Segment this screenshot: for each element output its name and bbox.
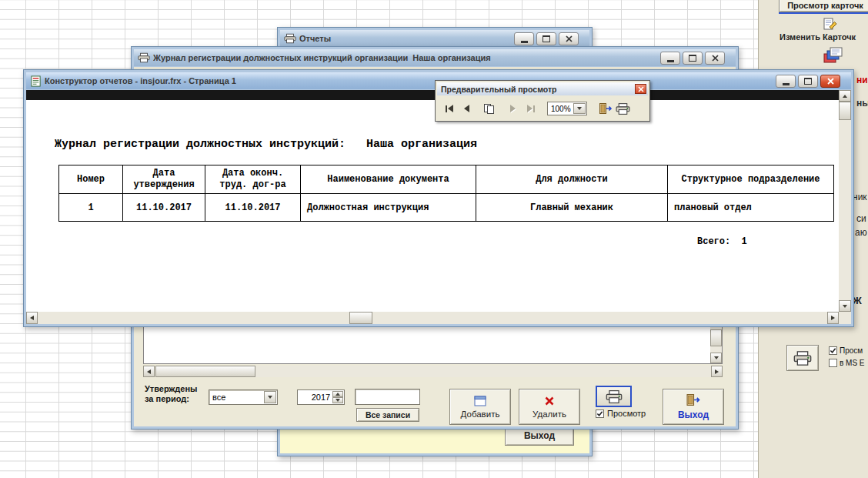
exit-button[interactable]: Выход: [663, 389, 724, 425]
scroll-right-icon: [715, 369, 719, 374]
printer-icon: [616, 103, 630, 115]
copy-button[interactable]: [480, 101, 498, 116]
zoom-value: 100%: [551, 105, 571, 113]
preview-toolbar-window: Предварительный просмотр 100%: [435, 80, 650, 122]
scroll-left-button[interactable]: [26, 312, 38, 324]
filter-field[interactable]: [355, 389, 420, 405]
scroll-right-icon: [831, 316, 835, 320]
last-page-button[interactable]: [522, 101, 539, 116]
minimize-button[interactable]: [776, 75, 796, 88]
list-horizontal-scrollbar: [143, 366, 723, 377]
printer-icon: [138, 52, 150, 63]
scroll-right-button[interactable]: [711, 366, 723, 377]
reports-titlebar[interactable]: Отчеты: [280, 30, 589, 47]
maximize-button[interactable]: [683, 52, 703, 65]
cell-number: 1: [59, 194, 123, 222]
cell-approval-date: 11.10.2017: [123, 194, 205, 222]
exit-door-icon: [599, 102, 613, 115]
cell-end-date: 11.10.2017: [205, 194, 301, 222]
minimize-button[interactable]: [660, 52, 680, 65]
last-page-icon: [527, 105, 532, 112]
close-preview-button[interactable]: [596, 101, 614, 116]
panel-print-button[interactable]: [786, 345, 819, 371]
report-page: Журнал регистрации должностных инструкци…: [26, 100, 839, 312]
close-button[interactable]: [705, 52, 725, 65]
maximize-button[interactable]: [798, 75, 818, 88]
scrollbar-thumb[interactable]: [155, 366, 255, 377]
close-button[interactable]: [820, 75, 840, 88]
checkbox-unchecked-icon: [829, 359, 837, 367]
button-label: Добавить: [461, 409, 500, 419]
next-page-icon: [510, 105, 516, 112]
cell-department: плановый отдел: [668, 194, 834, 222]
scrollbar-thumb[interactable]: [349, 312, 372, 324]
edit-card-button[interactable]: Изменить Карточк: [780, 32, 868, 42]
scroll-down-button[interactable]: [710, 353, 722, 363]
clipped-label: аю: [855, 227, 867, 238]
dropdown-button[interactable]: [264, 391, 276, 403]
button-label: Удалить: [532, 409, 566, 419]
column-header: Дата оконч. труд. дог-ра: [205, 165, 301, 194]
close-icon: [712, 55, 719, 62]
report-title: Журнал регистрации должностных инструкци…: [55, 138, 477, 151]
close-icon: [638, 86, 644, 92]
journal-titlebar[interactable]: Журнал регистрации должностных инструкци…: [134, 49, 736, 66]
preview-checkbox[interactable]: Просмотр: [596, 409, 646, 418]
report-page-icon: [30, 75, 42, 87]
maximize-icon: [804, 78, 812, 85]
minimize-button[interactable]: [514, 32, 534, 45]
designer-vertical-scrollbar: [839, 90, 851, 312]
close-button[interactable]: [559, 32, 579, 45]
scroll-down-icon: [714, 356, 719, 359]
delete-button[interactable]: Удалить: [519, 389, 580, 425]
year-spinner[interactable]: 2017: [297, 389, 345, 405]
clipped-label: си: [856, 213, 866, 224]
prev-page-icon: [464, 105, 469, 112]
dropdown-arrow-icon: [268, 396, 272, 399]
preview-print-button[interactable]: [596, 386, 632, 407]
printer-icon: [284, 33, 296, 44]
first-page-icon: [448, 105, 453, 112]
window-title: Отчеты: [299, 34, 511, 43]
dropdown-arrow-icon: [577, 107, 582, 110]
prev-page-button[interactable]: [458, 101, 476, 116]
view-card-button[interactable]: Просмотр карточк: [779, 0, 868, 12]
designer-window-body: Журнал регистрации должностных инструкци…: [26, 90, 851, 324]
scrollbar-corner: [839, 312, 851, 324]
page-margin-area: [26, 90, 839, 100]
exit-door-icon: [686, 393, 701, 406]
spinner-up-button[interactable]: [332, 391, 343, 397]
edit-card-icon[interactable]: [823, 16, 838, 32]
close-button[interactable]: [635, 84, 646, 94]
column-header: Номер: [59, 165, 123, 194]
cards-icon[interactable]: [823, 46, 843, 65]
dropdown-button[interactable]: [573, 103, 586, 114]
print-button[interactable]: [614, 101, 632, 116]
zoom-select[interactable]: 100%: [547, 102, 587, 115]
column-header: Наименование документа: [301, 165, 476, 194]
checkbox-label: Просм: [840, 346, 863, 355]
report-total: Всего: 1: [697, 236, 747, 247]
scroll-left-button[interactable]: [143, 366, 155, 377]
scroll-down-button[interactable]: [839, 300, 851, 312]
scroll-up-button[interactable]: [839, 90, 851, 102]
panel-excel-checkbox[interactable]: в MS E: [829, 359, 865, 367]
scroll-right-button[interactable]: [827, 312, 839, 324]
maximize-icon: [689, 55, 696, 62]
add-button[interactable]: Добавить: [449, 389, 511, 425]
maximize-button[interactable]: [536, 32, 556, 45]
checkbox-checked-icon: [596, 409, 604, 418]
printer-icon: [793, 351, 812, 366]
first-page-button[interactable]: [440, 101, 458, 116]
spinner-down-button[interactable]: [332, 397, 343, 403]
spinner-down-icon: [336, 399, 340, 402]
last-page-icon: [533, 105, 535, 112]
all-records-button[interactable]: Все записи: [356, 408, 419, 422]
clipped-label: ни: [856, 75, 868, 85]
next-page-button[interactable]: [504, 101, 522, 116]
period-select[interactable]: все: [209, 389, 278, 405]
scrollbar-thumb[interactable]: [839, 102, 851, 120]
preview-toolbar-titlebar[interactable]: Предварительный просмотр: [437, 82, 648, 95]
scrollbar-thumb[interactable]: [710, 329, 722, 346]
panel-preview-checkbox[interactable]: Просм: [829, 346, 863, 355]
